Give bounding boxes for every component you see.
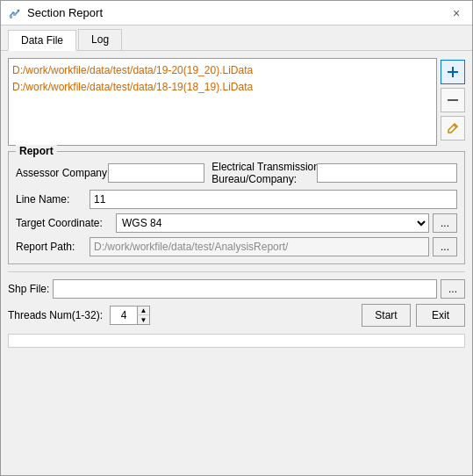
exit-button[interactable]: Exit	[416, 304, 465, 327]
threads-input[interactable]	[111, 307, 137, 324]
svg-rect-2	[13, 13, 16, 16]
add-file-button[interactable]	[441, 60, 465, 84]
report-form: Assessor Company: Electrical Transmissio…	[16, 157, 457, 256]
line-name-input[interactable]	[90, 190, 457, 209]
tab-log[interactable]: Log	[78, 29, 122, 50]
report-path-input[interactable]	[90, 237, 429, 256]
window-icon	[8, 6, 22, 20]
window-title: Section Report	[27, 6, 103, 19]
electrical-input[interactable]	[317, 163, 457, 183]
shp-file-row: Shp File: ...	[8, 279, 465, 299]
electrical-label: Electrical TransmissionBureau/Company:	[211, 161, 313, 185]
assessor-electrical-row: Assessor Company: Electrical Transmissio…	[16, 161, 457, 185]
shp-file-browse-button[interactable]: ...	[441, 279, 465, 299]
target-coord-label: Target Coordinate:	[16, 217, 112, 229]
edit-file-button[interactable]	[441, 116, 465, 141]
tab-bar: Data File Log	[1, 25, 472, 51]
pencil-icon	[446, 121, 460, 135]
plus-icon	[446, 65, 460, 79]
start-button[interactable]: Start	[362, 304, 411, 327]
main-window: Section Report × Data File Log D:/work/w…	[0, 0, 473, 476]
report-group: Report Assessor Company: Electrical Tran…	[8, 151, 465, 264]
title-bar-left: Section Report	[8, 6, 103, 20]
minus-icon	[446, 93, 460, 107]
progress-bar	[8, 334, 465, 348]
target-coord-row: Target Coordinate: WGS 84 GCJ-02 BD-09 .…	[16, 213, 457, 233]
report-path-label: Report Path:	[16, 241, 86, 253]
assessor-input[interactable]	[108, 163, 204, 183]
close-button[interactable]: ×	[448, 4, 465, 22]
shp-file-label: Shp File:	[8, 283, 49, 295]
file-item-1: D:/work/workfile/data/test/data/19-20(19…	[12, 62, 433, 79]
file-item-2: D:/work/workfile/data/test/data/18-19(18…	[12, 79, 433, 96]
svg-rect-5	[448, 99, 458, 101]
report-path-browse-button[interactable]: ...	[433, 237, 457, 256]
spinner-down-button[interactable]: ▼	[137, 315, 149, 324]
title-bar: Section Report ×	[1, 1, 472, 25]
spinner-buttons: ▲ ▼	[137, 307, 149, 324]
separator-1	[8, 271, 465, 272]
line-name-label: Line Name:	[16, 193, 86, 206]
shp-file-input[interactable]	[53, 279, 437, 299]
report-group-label: Report	[16, 145, 57, 157]
file-buttons	[441, 58, 465, 146]
target-coord-browse-button[interactable]: ...	[433, 213, 457, 233]
report-path-row: Report Path: ...	[16, 237, 457, 256]
assessor-label: Assessor Company:	[16, 167, 104, 179]
threads-label: Threads Num(1-32):	[8, 309, 103, 321]
line-name-row: Line Name:	[16, 190, 457, 209]
threads-row: Threads Num(1-32): ▲ ▼ Start Exit	[8, 304, 465, 327]
remove-file-button[interactable]	[441, 88, 465, 112]
spinner-up-button[interactable]: ▲	[137, 307, 149, 315]
svg-rect-1	[10, 16, 12, 18]
svg-rect-4	[448, 71, 458, 73]
file-list-area: D:/work/workfile/data/test/data/19-20(19…	[8, 58, 465, 146]
tab-content: D:/work/workfile/data/test/data/19-20(19…	[1, 51, 472, 475]
target-coord-select[interactable]: WGS 84 GCJ-02 BD-09	[116, 213, 429, 233]
tab-data-file[interactable]: Data File	[8, 30, 76, 51]
start-exit-buttons: Start Exit	[362, 304, 465, 327]
threads-spinner: ▲ ▼	[110, 306, 150, 325]
file-listbox[interactable]: D:/work/workfile/data/test/data/19-20(19…	[8, 58, 437, 146]
